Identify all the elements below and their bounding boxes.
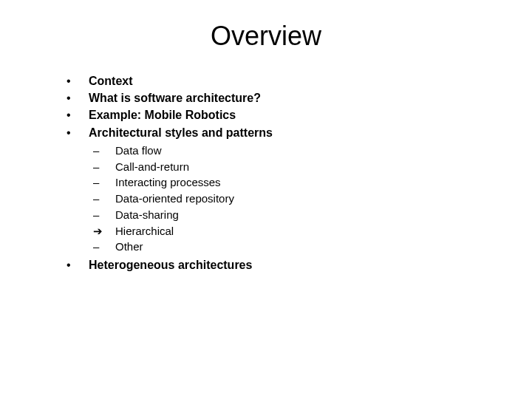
slide-title: Overview	[30, 21, 502, 52]
list-item: • Context	[66, 72, 502, 89]
list-item: • What is software architecture?	[66, 89, 502, 106]
list-item-text: Data-oriented repository	[115, 191, 234, 207]
dash-icon: –	[93, 207, 115, 223]
list-item-text: Example: Mobile Robotics	[89, 106, 236, 123]
list-item: – Call-and-return	[93, 159, 502, 175]
list-item: – Data flow	[93, 143, 502, 159]
list-item-text: Call-and-return	[115, 159, 189, 175]
list-item: – Interacting processes	[93, 174, 502, 191]
list-item: • Heterogeneous architectures	[66, 256, 502, 273]
list-item: – Data-sharing	[93, 207, 502, 223]
arrow-right-icon: ➔	[93, 223, 115, 239]
list-item-text: Heterogeneous architectures	[89, 256, 252, 273]
dash-icon: –	[93, 159, 115, 175]
list-item-text: Data-sharing	[115, 207, 179, 223]
bullet-icon: •	[66, 124, 89, 141]
list-item: • Architectural styles and patterns	[66, 124, 502, 141]
bullet-icon: •	[66, 89, 89, 106]
list-item-text: Hierarchical	[115, 223, 174, 239]
bullet-icon: •	[66, 106, 89, 123]
list-item-text: What is software architecture?	[89, 89, 261, 106]
bullet-icon: •	[66, 256, 89, 273]
list-item: • Example: Mobile Robotics	[66, 106, 502, 123]
bullet-icon: •	[66, 72, 89, 89]
list-item-text: Interacting processes	[115, 174, 221, 191]
dash-icon: –	[93, 143, 115, 159]
list-item-text: Context	[89, 72, 133, 89]
dash-icon: –	[93, 174, 115, 191]
slide-body: • Context • What is software architectur…	[30, 72, 502, 273]
sublist: – Data flow – Call-and-return – Interact…	[66, 141, 502, 256]
list-item: – Other	[93, 239, 502, 255]
slide: Overview • Context • What is software ar…	[0, 0, 532, 399]
list-item-text: Other	[115, 239, 143, 255]
list-item: – Data-oriented repository	[93, 191, 502, 207]
dash-icon: –	[93, 191, 115, 207]
dash-icon: –	[93, 239, 115, 255]
list-item-text: Data flow	[115, 143, 162, 159]
list-item-text: Architectural styles and patterns	[89, 124, 273, 141]
list-item: ➔ Hierarchical	[93, 223, 502, 239]
